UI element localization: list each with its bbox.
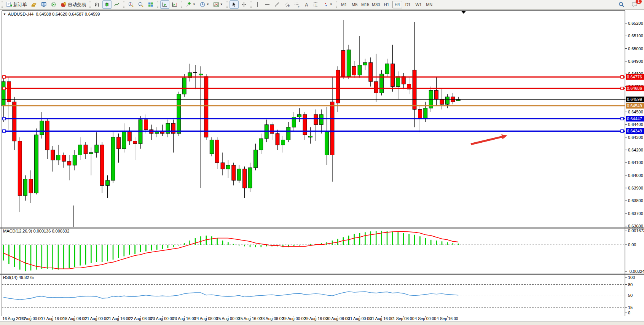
toolbar-gripper[interactable] bbox=[89, 2, 91, 8]
crosshair-button[interactable] bbox=[239, 0, 249, 9]
svg-text:F: F bbox=[298, 5, 299, 8]
candle-body bbox=[369, 62, 373, 81]
rsi-axis-label: 80 bbox=[628, 282, 633, 287]
candlestick-chart-icon bbox=[104, 2, 110, 8]
search-button[interactable] bbox=[617, 0, 626, 9]
arrows-tool-button[interactable]: ▼ bbox=[321, 0, 334, 9]
cursor-icon bbox=[231, 2, 237, 8]
timeframe-mn[interactable]: MN bbox=[424, 1, 434, 8]
terminal-button[interactable] bbox=[39, 0, 48, 9]
auto-scroll-button[interactable] bbox=[160, 0, 169, 9]
macd-axis-label: 0.00 bbox=[628, 242, 636, 247]
trendline-tool-button[interactable] bbox=[273, 0, 282, 9]
auto-scroll-icon bbox=[162, 2, 168, 8]
candle-body bbox=[308, 136, 312, 137]
candle-body bbox=[325, 131, 329, 155]
dropdown-caret-icon[interactable]: ▼ bbox=[220, 3, 223, 6]
line-drag-handle[interactable] bbox=[3, 76, 5, 78]
zoom-out-button[interactable] bbox=[136, 0, 145, 9]
chart-objects-caret-icon[interactable]: ▼ bbox=[3, 13, 6, 16]
market-watch-button[interactable] bbox=[29, 0, 38, 9]
horizontal-line-tool-button[interactable] bbox=[263, 0, 272, 9]
chart-canvas[interactable]: 0.652000.651000.650000.649000.648000.647… bbox=[0, 9, 644, 325]
line-drag-handle[interactable] bbox=[621, 87, 623, 90]
candle-body bbox=[303, 115, 307, 135]
toolbar-gripper[interactable] bbox=[2, 2, 3, 8]
line-drag-handle[interactable] bbox=[3, 117, 5, 120]
candle-body bbox=[287, 127, 290, 140]
candle-body bbox=[374, 81, 378, 93]
label-tool-button[interactable]: T bbox=[311, 0, 320, 9]
candle-body bbox=[2, 81, 5, 105]
main-toolbar: 新订单 自动交易 bbox=[0, 0, 644, 10]
timeframe-w1[interactable]: W1 bbox=[414, 1, 424, 8]
candle-body bbox=[171, 123, 175, 134]
toolbar-gripper[interactable] bbox=[123, 2, 124, 8]
line-drag-handle[interactable] bbox=[3, 87, 5, 90]
price-axis-label: 0.65000 bbox=[628, 46, 643, 51]
timeframe-m30[interactable]: M30 bbox=[371, 1, 381, 8]
autotrading-button[interactable]: 自动交易 bbox=[59, 0, 88, 9]
line-chart-button[interactable] bbox=[112, 0, 121, 9]
candle-body bbox=[330, 102, 334, 155]
channel-tool-button[interactable]: E bbox=[282, 0, 292, 9]
price-axis-label: 0.65200 bbox=[628, 21, 643, 25]
candle-body bbox=[347, 50, 351, 76]
tile-windows-button[interactable] bbox=[146, 0, 155, 9]
timeframe-h4[interactable]: H4 bbox=[392, 1, 402, 8]
candle-body bbox=[319, 115, 323, 125]
candle-body bbox=[24, 179, 27, 196]
periods-button[interactable]: ▼ bbox=[198, 0, 211, 9]
bar-chart-button[interactable] bbox=[92, 0, 102, 9]
candle-body bbox=[402, 76, 405, 84]
candle-body bbox=[226, 165, 230, 169]
chart-shift-button[interactable] bbox=[170, 0, 179, 9]
price-axis-label: 0.65100 bbox=[628, 33, 643, 38]
candle-body bbox=[281, 140, 285, 145]
zoom-in-button[interactable] bbox=[126, 0, 135, 9]
toolbar-gripper[interactable] bbox=[157, 2, 158, 8]
fibonacci-tool-button[interactable]: F bbox=[292, 0, 301, 9]
candle-body bbox=[166, 123, 170, 134]
candle-body bbox=[418, 110, 422, 118]
dropdown-caret-icon[interactable]: ▼ bbox=[206, 3, 209, 6]
toolbar-gripper[interactable] bbox=[226, 2, 228, 8]
candle-body bbox=[177, 94, 181, 134]
new-order-button[interactable]: 新订单 bbox=[5, 0, 29, 9]
dropdown-caret-icon[interactable]: ▼ bbox=[330, 3, 333, 6]
candlestick-chart-button[interactable] bbox=[102, 0, 112, 9]
timeframe-h1[interactable]: H1 bbox=[382, 1, 392, 8]
candle-body bbox=[413, 70, 416, 109]
line-drag-handle[interactable] bbox=[621, 117, 623, 120]
candle-body bbox=[116, 137, 120, 149]
candle-body bbox=[73, 155, 77, 165]
candle-body bbox=[352, 66, 356, 75]
toolbar-gripper[interactable] bbox=[336, 2, 337, 8]
equidistant-channel-icon: E bbox=[284, 2, 290, 8]
toolbar-gripper[interactable] bbox=[181, 2, 182, 8]
indicators-button[interactable]: ▼ bbox=[184, 0, 197, 9]
autotrading-label: 自动交易 bbox=[68, 2, 86, 8]
templates-button[interactable]: ▼ bbox=[212, 0, 225, 9]
strategy-signal-button[interactable] bbox=[49, 0, 58, 9]
toolbar-gripper[interactable] bbox=[250, 2, 252, 8]
line-drag-handle[interactable] bbox=[621, 76, 623, 78]
timeframe-m5[interactable]: M5 bbox=[350, 1, 360, 8]
timeframe-d1[interactable]: D1 bbox=[403, 1, 413, 8]
timeframe-m15[interactable]: M15 bbox=[360, 1, 370, 8]
candle-body bbox=[7, 81, 11, 102]
text-tool-button[interactable]: A bbox=[302, 0, 311, 9]
time-axis-label: 29 Aug 00:00 bbox=[282, 316, 306, 321]
vertical-line-tool-button[interactable] bbox=[253, 0, 262, 9]
notifications-button[interactable]: 1 bbox=[630, 0, 640, 9]
price-tag-label: 0.64599 bbox=[627, 97, 642, 102]
dropdown-caret-icon[interactable]: ▼ bbox=[193, 3, 196, 6]
line-drag-handle[interactable] bbox=[621, 130, 623, 132]
fibonacci-icon: F bbox=[294, 2, 300, 8]
price-axis-label: 0.63900 bbox=[628, 186, 643, 190]
cursor-button[interactable] bbox=[230, 0, 239, 9]
timeframe-m1[interactable]: M1 bbox=[339, 1, 349, 8]
candle-body bbox=[440, 99, 444, 104]
line-drag-handle[interactable] bbox=[3, 130, 5, 132]
svg-text:T: T bbox=[315, 3, 317, 7]
